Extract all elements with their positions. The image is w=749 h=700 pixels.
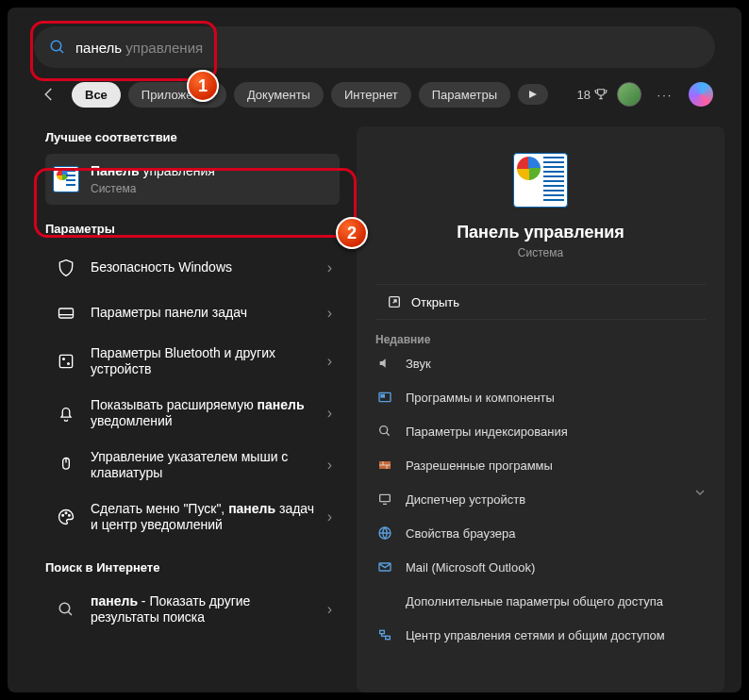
svg-rect-23 bbox=[380, 494, 391, 501]
recent-item[interactable]: Свойства браузера bbox=[372, 516, 709, 550]
bell-icon bbox=[53, 400, 79, 426]
recent-item[interactable]: Разрешенные программы bbox=[372, 448, 709, 482]
mouse-icon bbox=[53, 452, 79, 478]
chevron-right-icon: › bbox=[327, 508, 332, 525]
recent-item[interactable]: Программы и компоненты bbox=[372, 380, 709, 414]
open-icon bbox=[387, 294, 402, 309]
trophy-icon bbox=[594, 88, 608, 101]
recent-item[interactable]: Звук bbox=[372, 346, 709, 380]
shield-icon bbox=[53, 255, 79, 281]
result-subtitle: Система bbox=[91, 182, 332, 195]
recent-label: Разрешенные программы bbox=[406, 458, 553, 473]
result-title: Параметры Bluetooth и других устройств bbox=[91, 345, 316, 378]
firewall-icon bbox=[375, 456, 394, 475]
search-input[interactable]: панель управления bbox=[75, 40, 700, 56]
svg-rect-4 bbox=[59, 355, 72, 367]
more-button[interactable]: ··· bbox=[651, 80, 679, 108]
search-bar[interactable]: панель управления bbox=[34, 26, 715, 68]
svg-point-6 bbox=[68, 363, 70, 365]
filter-chip-apps[interactable]: Приложения bbox=[128, 82, 226, 108]
web-result[interactable]: панель - Показать другие результаты поис… bbox=[45, 584, 340, 636]
recent-label: Mail (Microsoft Outlook) bbox=[406, 560, 535, 575]
svg-line-18 bbox=[386, 432, 389, 435]
filter-chip-all[interactable]: Все bbox=[72, 82, 121, 108]
chevron-right-icon: › bbox=[327, 305, 332, 322]
section-best-match: Лучшее соответствие bbox=[45, 130, 340, 144]
result-title: Безопасность Windows bbox=[91, 259, 316, 276]
recent-label: Диспетчер устройств bbox=[406, 492, 525, 507]
recent-label: Звук bbox=[406, 357, 431, 371]
sharing-icon bbox=[375, 592, 394, 610]
settings-result[interactable]: Параметры Bluetooth и других устройств › bbox=[45, 336, 340, 388]
best-match-result[interactable]: Панель управления Система bbox=[45, 154, 340, 205]
chevron-right-icon: › bbox=[327, 601, 332, 618]
control-panel-icon-large bbox=[513, 153, 568, 208]
svg-point-10 bbox=[65, 512, 67, 514]
svg-point-9 bbox=[62, 515, 64, 517]
devmgr-icon bbox=[375, 490, 394, 508]
settings-result[interactable]: Параметры панели задач › bbox=[45, 291, 340, 336]
indexing-icon bbox=[375, 422, 394, 441]
sound-icon bbox=[375, 354, 394, 373]
open-button[interactable]: Открыть bbox=[375, 284, 706, 320]
mail-icon bbox=[375, 558, 394, 576]
recent-item[interactable]: Диспетчер устройств bbox=[372, 482, 709, 516]
chevron-right-icon: › bbox=[327, 457, 332, 474]
section-web: Поиск в Интернете bbox=[45, 560, 340, 575]
user-avatar[interactable] bbox=[615, 80, 643, 108]
search-icon bbox=[53, 596, 79, 623]
recent-item[interactable]: Дополнительные параметры общего доступа bbox=[372, 584, 709, 618]
recent-label: Программы и компоненты bbox=[406, 391, 555, 405]
rewards-points: 18 bbox=[577, 88, 591, 102]
open-label: Открыть bbox=[411, 295, 459, 309]
bluetooth-icon bbox=[53, 348, 79, 375]
filter-chip-docs[interactable]: Документы bbox=[234, 82, 324, 108]
recent-item[interactable]: Mail (Microsoft Outlook) bbox=[372, 550, 709, 584]
settings-result[interactable]: Безопасность Windows › bbox=[45, 245, 340, 291]
filter-chip-settings[interactable]: Параметры bbox=[419, 82, 510, 108]
chevron-right-icon: › bbox=[327, 405, 332, 422]
chevron-right-icon: › bbox=[327, 353, 332, 370]
result-title: Сделать меню "Пуск", панель задач и цент… bbox=[91, 501, 316, 534]
svg-line-13 bbox=[68, 611, 72, 615]
rewards-button[interactable]: 18 bbox=[577, 80, 608, 108]
svg-line-1 bbox=[59, 49, 63, 53]
svg-point-11 bbox=[69, 515, 71, 517]
taskbar-icon bbox=[53, 300, 79, 326]
preview-title: Панель управления bbox=[372, 223, 709, 242]
programs-icon bbox=[375, 388, 394, 407]
recent-header: Недавние bbox=[375, 333, 706, 346]
recent-label: Дополнительные параметры общего доступа bbox=[406, 594, 663, 608]
svg-point-12 bbox=[59, 603, 70, 613]
result-title: Параметры панели задач bbox=[91, 305, 316, 322]
filter-chip-web[interactable]: Интернет bbox=[331, 82, 411, 108]
settings-result[interactable]: Показывать расширяемую панель уведомлени… bbox=[45, 388, 340, 440]
filter-row: Все Приложения Документы Интернет Параме… bbox=[34, 79, 715, 109]
result-title: Панель управления bbox=[91, 163, 332, 180]
network-icon bbox=[375, 625, 394, 644]
control-panel-icon bbox=[53, 166, 79, 192]
result-title: панель - Показать другие результаты поис… bbox=[91, 593, 316, 626]
preview-subtitle: Система bbox=[372, 246, 709, 259]
settings-result[interactable]: Управление указателем мыши с клавиатуры … bbox=[45, 440, 340, 492]
svg-point-0 bbox=[51, 41, 61, 51]
recent-label: Параметры индексирования bbox=[406, 425, 568, 439]
svg-point-5 bbox=[63, 358, 65, 360]
search-ghost-suggestion: управления bbox=[122, 40, 203, 56]
settings-result[interactable]: Сделать меню "Пуск", панель задач и цент… bbox=[45, 492, 340, 543]
recent-label: Центр управления сетями и общим доступом bbox=[406, 628, 665, 642]
browser-icon bbox=[375, 524, 394, 542]
recent-item[interactable]: Параметры индексирования bbox=[372, 414, 709, 448]
preview-panel: Панель управления Система Открыть Недавн… bbox=[357, 126, 724, 692]
search-window: панель управления Все Приложения Докумен… bbox=[8, 8, 741, 692]
filter-chip-more[interactable] bbox=[518, 84, 548, 105]
chevron-right-icon: › bbox=[327, 259, 332, 276]
copilot-button[interactable] bbox=[687, 80, 715, 108]
chevron-down-icon[interactable] bbox=[692, 485, 707, 504]
svg-rect-16 bbox=[381, 394, 384, 397]
section-settings: Параметры bbox=[45, 222, 340, 236]
search-icon bbox=[49, 39, 66, 56]
back-button[interactable] bbox=[34, 79, 64, 109]
recent-item[interactable]: Центр управления сетями и общим доступом bbox=[372, 618, 709, 652]
svg-rect-2 bbox=[59, 308, 74, 318]
